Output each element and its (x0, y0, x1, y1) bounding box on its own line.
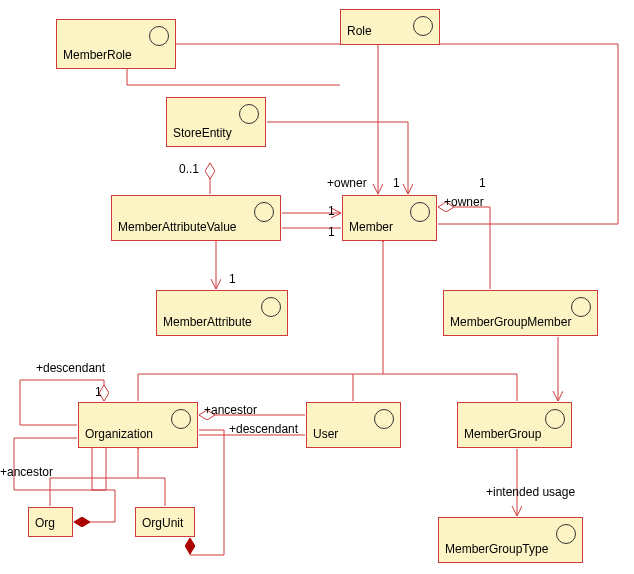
mult-one-mav-member: 1 (328, 204, 335, 218)
class-role: Role (340, 9, 440, 45)
mult-one-storeowner: 1 (393, 176, 400, 190)
class-user: User (306, 402, 401, 448)
class-label: User (313, 427, 338, 441)
class-label: Org (35, 516, 55, 530)
class-storeentity: StoreEntity (166, 97, 266, 147)
class-membergrouptype: MemberGroupType (438, 517, 583, 563)
class-icon (261, 297, 281, 317)
class-label: MemberGroupType (445, 542, 548, 556)
class-icon (413, 16, 433, 36)
class-memberattributevalue: MemberAttributeValue (111, 195, 281, 241)
class-memberattribute: MemberAttribute (156, 290, 288, 336)
role-ancestor-self: +ancestor (0, 465, 53, 479)
mult-storeentity: 0..1 (179, 162, 199, 176)
mult-one-org: 1 (95, 385, 102, 399)
class-label: MemberGroupMember (450, 315, 571, 329)
class-icon (254, 202, 274, 222)
class-label: MemberAttribute (163, 315, 252, 329)
mult-one-ma: 1 (229, 272, 236, 286)
role-owner-mav: +owner (444, 195, 484, 209)
class-organization: Organization (78, 402, 198, 448)
class-membergroup: MemberGroup (457, 402, 572, 448)
class-label: StoreEntity (173, 126, 232, 140)
role-ancestor-orguser: +ancestor (204, 403, 257, 417)
mult-one-owner-mav: 1 (479, 176, 486, 190)
class-icon (556, 524, 576, 544)
role-descendant-self: +descendant (36, 361, 105, 375)
class-icon (410, 202, 430, 222)
class-orgunit: OrgUnit (135, 507, 195, 537)
class-icon (374, 409, 394, 429)
role-descendant-orguser: +descendant (229, 422, 298, 436)
class-memberrole: MemberRole (56, 19, 176, 69)
class-membergroupmember: MemberGroupMember (443, 290, 598, 336)
class-label: MemberGroup (464, 427, 541, 441)
class-label: MemberRole (63, 48, 132, 62)
class-org: Org (28, 507, 73, 537)
class-member: Member (342, 195, 437, 241)
connectors (0, 0, 634, 574)
class-label: Organization (85, 427, 153, 441)
class-icon (571, 297, 591, 317)
role-owner-store: +owner (327, 176, 367, 190)
class-label: OrgUnit (142, 516, 183, 530)
class-icon (171, 409, 191, 429)
class-icon (239, 104, 259, 124)
class-icon (149, 26, 169, 46)
class-icon (545, 409, 565, 429)
class-label: Role (347, 24, 372, 38)
mult-one-member-mav: 1 (328, 225, 335, 239)
class-label: Member (349, 220, 393, 234)
role-intended-usage: +intended usage (486, 485, 575, 499)
class-label: MemberAttributeValue (118, 220, 237, 234)
